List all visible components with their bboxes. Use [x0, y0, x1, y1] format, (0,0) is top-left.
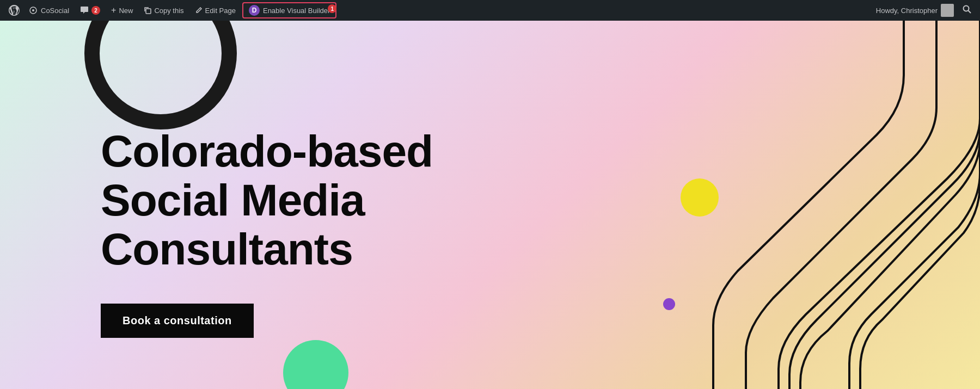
wordpress-logo[interactable] [4, 0, 24, 21]
enable-visual-builder-button[interactable]: D Enable Visual Builder 1 [242, 2, 336, 18]
edit-page-button[interactable]: Edit Page [189, 0, 241, 21]
copy-this-button[interactable]: Copy this [138, 0, 189, 21]
heading-line1: Colorado-based [101, 127, 433, 176]
diagonal-lines [599, 21, 980, 389]
yellow-circle-decoration [681, 178, 719, 217]
green-circle-decoration [283, 340, 348, 389]
heading-line2: Social Media [101, 176, 433, 225]
site-name[interactable]: CoSocial [24, 0, 75, 21]
howdy-user[interactable]: Howdy, Christopher [876, 4, 954, 17]
admin-bar-right: Howdy, Christopher [876, 4, 976, 17]
book-consultation-button[interactable]: Book a consultation [101, 304, 254, 338]
notification-badge: 1 [328, 4, 336, 13]
divi-icon: D [249, 5, 260, 16]
admin-bar: CoSocial 2 + New Copy this Edit Page D E… [0, 0, 980, 21]
circle-decoration [84, 21, 237, 129]
comments-button[interactable]: 2 [75, 0, 106, 21]
svg-point-3 [964, 6, 969, 11]
new-button[interactable]: + New [106, 0, 138, 21]
svg-point-1 [32, 9, 34, 11]
heading-line3: Consultants [101, 225, 433, 274]
page-content: Colorado-based Social Media Consultants … [0, 21, 980, 389]
user-avatar [941, 4, 954, 17]
search-button[interactable] [958, 5, 976, 16]
svg-line-4 [969, 11, 971, 14]
svg-rect-2 [146, 9, 151, 14]
hero-section: Colorado-based Social Media Consultants … [0, 21, 980, 389]
purple-circle-decoration [663, 298, 675, 310]
hero-heading: Colorado-based Social Media Consultants [101, 127, 433, 274]
